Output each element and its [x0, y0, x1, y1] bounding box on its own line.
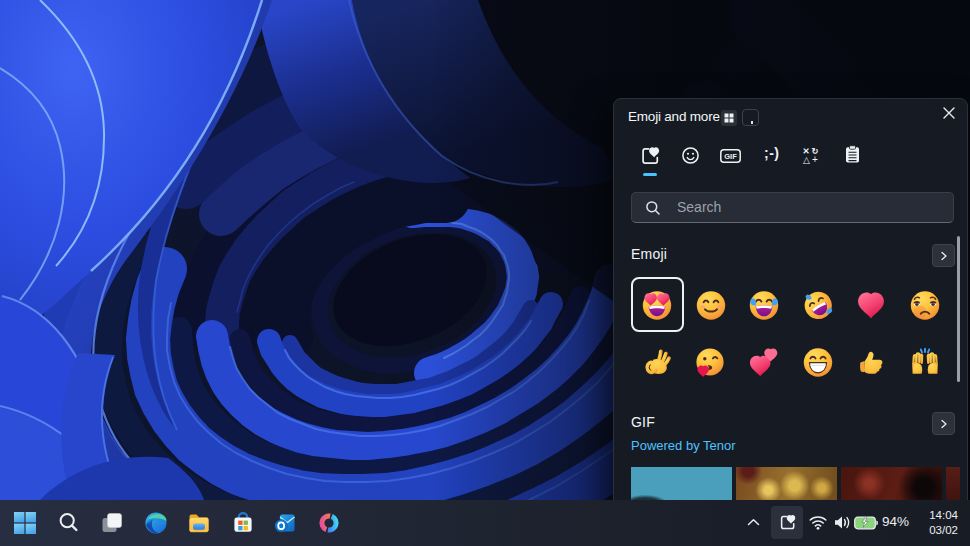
svg-text:△: △ — [803, 155, 810, 164]
svg-text:+: + — [812, 154, 818, 164]
svg-text:GIF: GIF — [724, 152, 737, 161]
